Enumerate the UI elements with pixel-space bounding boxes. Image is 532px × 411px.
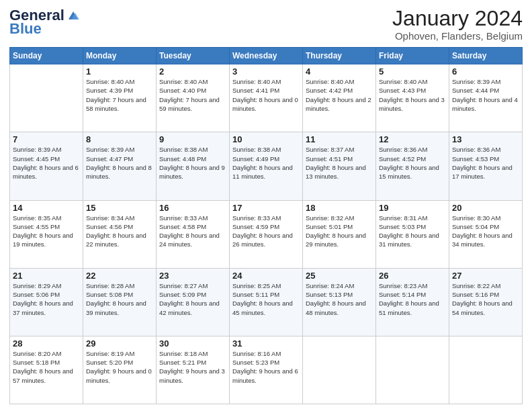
week-row-2: 14Sunrise: 8:35 AMSunset: 4:55 PMDayligh…	[10, 200, 523, 268]
day-number: 1	[86, 66, 153, 77]
day-cell: 26Sunrise: 8:23 AMSunset: 5:14 PMDayligh…	[376, 268, 449, 336]
day-info: Sunrise: 8:29 AMSunset: 5:06 PMDaylight:…	[13, 281, 80, 317]
day-info: Sunrise: 8:39 AMSunset: 4:45 PMDaylight:…	[13, 145, 80, 181]
day-number: 12	[379, 134, 446, 144]
day-info: Sunrise: 8:20 AMSunset: 5:18 PMDaylight:…	[13, 349, 80, 385]
day-info: Sunrise: 8:31 AMSunset: 5:03 PMDaylight:…	[379, 214, 446, 249]
day-info: Sunrise: 8:38 AMSunset: 4:49 PMDaylight:…	[232, 145, 300, 181]
day-info: Sunrise: 8:40 AMSunset: 4:40 PMDaylight:…	[159, 77, 226, 113]
day-cell: 9Sunrise: 8:38 AMSunset: 4:48 PMDaylight…	[157, 132, 230, 200]
day-cell: 30Sunrise: 8:18 AMSunset: 5:21 PMDayligh…	[157, 336, 230, 404]
day-number: 14	[13, 203, 80, 213]
day-cell: 17Sunrise: 8:33 AMSunset: 4:59 PMDayligh…	[230, 200, 303, 268]
day-number: 28	[13, 338, 80, 349]
week-row-0: 1Sunrise: 8:40 AMSunset: 4:39 PMDaylight…	[10, 64, 523, 132]
day-cell: 31Sunrise: 8:16 AMSunset: 5:23 PMDayligh…	[230, 336, 303, 404]
header: General Blue January 2024 Ophoven, Fland…	[9, 7, 523, 42]
day-cell: 22Sunrise: 8:28 AMSunset: 5:08 PMDayligh…	[83, 268, 157, 336]
day-info: Sunrise: 8:28 AMSunset: 5:08 PMDaylight:…	[86, 281, 153, 317]
day-info: Sunrise: 8:32 AMSunset: 5:01 PMDaylight:…	[306, 214, 373, 249]
day-cell: 28Sunrise: 8:20 AMSunset: 5:18 PMDayligh…	[10, 336, 83, 404]
logo-icon	[66, 10, 81, 21]
day-info: Sunrise: 8:33 AMSunset: 4:59 PMDaylight:…	[232, 214, 300, 249]
day-number: 17	[232, 203, 300, 213]
day-number: 23	[159, 271, 226, 281]
calendar-table: Sunday Monday Tuesday Wednesday Thursday…	[9, 47, 523, 404]
day-info: Sunrise: 8:37 AMSunset: 4:51 PMDaylight:…	[306, 145, 373, 181]
day-cell: 8Sunrise: 8:39 AMSunset: 4:47 PMDaylight…	[83, 132, 157, 200]
day-number: 18	[306, 203, 373, 213]
day-cell: 23Sunrise: 8:27 AMSunset: 5:09 PMDayligh…	[157, 268, 230, 336]
day-number: 10	[232, 134, 300, 144]
day-cell: 27Sunrise: 8:22 AMSunset: 5:16 PMDayligh…	[449, 268, 523, 336]
col-friday: Friday	[376, 48, 449, 64]
day-number: 3	[232, 66, 300, 77]
logo-blue: Blue	[9, 20, 42, 38]
day-cell	[449, 336, 523, 404]
day-cell: 21Sunrise: 8:29 AMSunset: 5:06 PMDayligh…	[10, 268, 83, 336]
day-number: 9	[159, 134, 226, 144]
day-number: 7	[13, 134, 80, 144]
col-thursday: Thursday	[303, 48, 376, 64]
day-info: Sunrise: 8:40 AMSunset: 4:41 PMDaylight:…	[232, 77, 300, 113]
day-cell: 24Sunrise: 8:25 AMSunset: 5:11 PMDayligh…	[230, 268, 303, 336]
col-saturday: Saturday	[449, 48, 523, 64]
day-cell: 19Sunrise: 8:31 AMSunset: 5:03 PMDayligh…	[376, 200, 449, 268]
day-number: 5	[379, 66, 446, 77]
day-number: 8	[86, 134, 153, 144]
day-info: Sunrise: 8:36 AMSunset: 4:53 PMDaylight:…	[452, 145, 519, 181]
calendar-page: General Blue January 2024 Ophoven, Fland…	[0, 0, 532, 411]
day-info: Sunrise: 8:27 AMSunset: 5:09 PMDaylight:…	[159, 281, 226, 317]
day-number: 15	[86, 203, 153, 213]
day-number: 6	[452, 66, 519, 77]
day-cell: 18Sunrise: 8:32 AMSunset: 5:01 PMDayligh…	[303, 200, 376, 268]
week-row-3: 21Sunrise: 8:29 AMSunset: 5:06 PMDayligh…	[10, 268, 523, 336]
day-info: Sunrise: 8:22 AMSunset: 5:16 PMDaylight:…	[452, 281, 519, 317]
day-number: 22	[86, 271, 153, 281]
col-monday: Monday	[83, 48, 157, 64]
day-cell: 29Sunrise: 8:19 AMSunset: 5:20 PMDayligh…	[83, 336, 157, 404]
day-cell	[10, 64, 83, 132]
logo: General Blue	[9, 7, 82, 38]
day-number: 25	[306, 271, 373, 281]
col-tuesday: Tuesday	[157, 48, 230, 64]
day-cell: 7Sunrise: 8:39 AMSunset: 4:45 PMDaylight…	[10, 132, 83, 200]
day-cell: 5Sunrise: 8:40 AMSunset: 4:43 PMDaylight…	[376, 64, 449, 132]
day-number: 4	[306, 66, 373, 77]
month-title: January 2024	[392, 7, 523, 30]
day-info: Sunrise: 8:25 AMSunset: 5:11 PMDaylight:…	[232, 281, 300, 317]
day-cell: 12Sunrise: 8:36 AMSunset: 4:52 PMDayligh…	[376, 132, 449, 200]
day-number: 24	[232, 271, 300, 281]
day-number: 16	[159, 203, 226, 213]
day-cell: 16Sunrise: 8:33 AMSunset: 4:58 PMDayligh…	[157, 200, 230, 268]
week-row-4: 28Sunrise: 8:20 AMSunset: 5:18 PMDayligh…	[10, 336, 523, 404]
day-cell: 25Sunrise: 8:24 AMSunset: 5:13 PMDayligh…	[303, 268, 376, 336]
col-sunday: Sunday	[10, 48, 83, 64]
day-number: 21	[13, 271, 80, 281]
day-number: 31	[232, 338, 300, 349]
day-info: Sunrise: 8:33 AMSunset: 4:58 PMDaylight:…	[159, 214, 226, 249]
day-number: 2	[159, 66, 226, 77]
col-wednesday: Wednesday	[230, 48, 303, 64]
day-number: 29	[86, 338, 153, 349]
day-number: 11	[306, 134, 373, 144]
day-info: Sunrise: 8:39 AMSunset: 4:44 PMDaylight:…	[452, 77, 519, 113]
day-cell: 3Sunrise: 8:40 AMSunset: 4:41 PMDaylight…	[230, 64, 303, 132]
day-info: Sunrise: 8:35 AMSunset: 4:55 PMDaylight:…	[13, 214, 80, 249]
header-row: Sunday Monday Tuesday Wednesday Thursday…	[10, 48, 523, 64]
day-cell: 20Sunrise: 8:30 AMSunset: 5:04 PMDayligh…	[449, 200, 523, 268]
day-number: 26	[379, 271, 446, 281]
day-cell	[376, 336, 449, 404]
day-info: Sunrise: 8:34 AMSunset: 4:56 PMDaylight:…	[86, 214, 153, 249]
day-cell: 1Sunrise: 8:40 AMSunset: 4:39 PMDaylight…	[83, 64, 157, 132]
title-block: January 2024 Ophoven, Flanders, Belgium	[392, 7, 523, 42]
day-info: Sunrise: 8:38 AMSunset: 4:48 PMDaylight:…	[159, 145, 226, 181]
day-cell: 14Sunrise: 8:35 AMSunset: 4:55 PMDayligh…	[10, 200, 83, 268]
day-info: Sunrise: 8:19 AMSunset: 5:20 PMDaylight:…	[86, 349, 153, 385]
day-number: 30	[159, 338, 226, 349]
day-cell: 6Sunrise: 8:39 AMSunset: 4:44 PMDaylight…	[449, 64, 523, 132]
location: Ophoven, Flanders, Belgium	[392, 30, 523, 42]
day-number: 27	[452, 271, 519, 281]
day-info: Sunrise: 8:24 AMSunset: 5:13 PMDaylight:…	[306, 281, 373, 317]
day-info: Sunrise: 8:18 AMSunset: 5:21 PMDaylight:…	[159, 349, 226, 385]
